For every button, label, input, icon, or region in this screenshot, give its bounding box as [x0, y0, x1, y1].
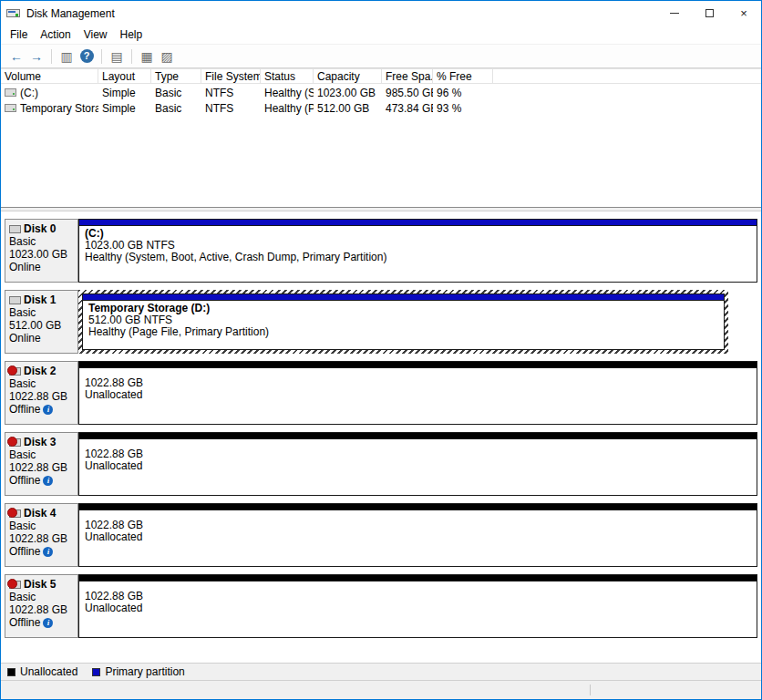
- volume-file-system: NTFS: [201, 102, 261, 115]
- offline-disk-icon: [9, 581, 21, 589]
- menu-help[interactable]: Help: [114, 26, 149, 44]
- primary-partition-strip: [83, 294, 724, 301]
- column-header-pct-free[interactable]: % Free: [433, 69, 493, 83]
- disk-5-unallocated[interactable]: 1022.88 GB Unallocated: [78, 574, 757, 638]
- partition-status: Healthy (System, Boot, Active, Crash Dum…: [85, 252, 751, 263]
- disk-status: Offline: [9, 403, 40, 416]
- selection-hatch: Temporary Storage (D:) 512.00 GB NTFS He…: [78, 290, 728, 354]
- partition-status: Healthy (Page File, Primary Partition): [88, 326, 718, 338]
- partition-size: 1022.88 GB: [85, 591, 751, 602]
- menu-action[interactable]: Action: [34, 26, 77, 44]
- info-icon[interactable]: i: [43, 547, 53, 557]
- column-header-filler: [493, 69, 761, 83]
- disk-4-label[interactable]: Disk 4 Basic 1022.88 GB Offlinei: [5, 503, 78, 567]
- column-header-file-system[interactable]: File System: [201, 69, 261, 83]
- partition-status: Unallocated: [85, 531, 751, 543]
- disk-row-0: Disk 0 Basic 1023.00 GB Online (C:) 1023…: [5, 219, 757, 283]
- disk-5-body: 1022.88 GB Unallocated: [78, 574, 757, 638]
- partition-status: Unallocated: [85, 602, 751, 614]
- disk-size: 1022.88 GB: [9, 390, 74, 403]
- volume-pct-free: 96 %: [433, 87, 493, 99]
- disk-size: 1022.88 GB: [9, 461, 74, 474]
- graphical-view-icon[interactable]: ▨: [158, 47, 176, 66]
- volume-capacity: 1023.00 GB: [314, 87, 382, 99]
- disk-icon: [9, 225, 21, 233]
- refresh-icon[interactable]: ▦: [138, 47, 156, 66]
- menu-view[interactable]: View: [77, 26, 114, 44]
- menu-file[interactable]: File: [4, 26, 34, 44]
- minimize-icon: [670, 13, 679, 14]
- disk-4-body: 1022.88 GB Unallocated: [78, 503, 757, 567]
- legend-bar: Unallocated Primary partition: [1, 663, 761, 680]
- disk-row-4: Disk 4 Basic 1022.88 GB Offlinei 1022.88…: [5, 503, 757, 567]
- info-icon[interactable]: i: [43, 405, 53, 415]
- unallocated-strip: [79, 575, 757, 582]
- help-icon[interactable]: ?: [77, 47, 96, 66]
- volume-file-system: NTFS: [201, 87, 261, 99]
- disk-size: 1022.88 GB: [9, 603, 74, 616]
- partition-title: (C:): [85, 228, 751, 240]
- volume-free-space: 473.84 GB: [382, 102, 433, 115]
- disk-type: Basic: [9, 377, 74, 390]
- primary-partition-strip: [79, 220, 757, 226]
- title-bar: Disk Management ×: [1, 1, 761, 26]
- status-bar-divider: [590, 685, 591, 695]
- column-header-volume[interactable]: Volume: [1, 69, 98, 83]
- disk-name: Disk 0: [24, 222, 56, 235]
- disk-size: 1023.00 GB: [9, 248, 74, 261]
- volume-type: Basic: [151, 102, 201, 115]
- column-header-free-space[interactable]: Free Spa...: [382, 69, 433, 83]
- disk-name: Disk 4: [24, 507, 56, 520]
- disk-type: Basic: [9, 235, 74, 248]
- disk-3-body: 1022.88 GB Unallocated: [78, 432, 757, 496]
- offline-disk-icon: [9, 367, 21, 376]
- disk-0-body: (C:) 1023.00 GB NTFS Healthy (System, Bo…: [78, 219, 757, 283]
- minimize-button[interactable]: [657, 1, 692, 26]
- legend-unallocated: Unallocated: [7, 665, 77, 678]
- disk-2-label[interactable]: Disk 2 Basic 1022.88 GB Offlinei: [5, 361, 78, 425]
- forward-icon[interactable]: →: [27, 47, 46, 66]
- column-header-status[interactable]: Status: [261, 69, 314, 83]
- volume-type: Basic: [151, 87, 201, 99]
- volume-table-header: Volume Layout Type File System Status Ca…: [1, 68, 761, 84]
- toolbar: ← → ▥ ? ▤ ▦ ▨: [1, 44, 761, 68]
- maximize-button[interactable]: [692, 1, 726, 26]
- disk-5-label[interactable]: Disk 5 Basic 1022.88 GB Offlinei: [5, 574, 78, 638]
- volume-capacity: 512.00 GB: [314, 102, 382, 115]
- info-icon[interactable]: i: [43, 618, 53, 628]
- column-header-layout[interactable]: Layout: [98, 69, 151, 83]
- disk-3-unallocated[interactable]: 1022.88 GB Unallocated: [78, 432, 757, 496]
- disk-0-label[interactable]: Disk 0 Basic 1023.00 GB Online: [5, 219, 78, 283]
- unallocated-swatch: [7, 668, 15, 676]
- disk-type: Basic: [9, 448, 74, 461]
- info-icon[interactable]: i: [43, 476, 53, 486]
- disk-4-unallocated[interactable]: 1022.88 GB Unallocated: [78, 503, 757, 567]
- properties-icon[interactable]: ▤: [108, 47, 126, 66]
- disk-1-partition-d[interactable]: Temporary Storage (D:) 512.00 GB NTFS He…: [82, 293, 725, 350]
- column-header-capacity[interactable]: Capacity: [314, 69, 382, 83]
- volume-row-temporary-storage[interactable]: Temporary Storag... Simple Basic NTFS He…: [1, 101, 761, 115]
- disk-3-label[interactable]: Disk 3 Basic 1022.88 GB Offlinei: [5, 432, 78, 496]
- volume-list-pane: Volume Layout Type File System Status Ca…: [1, 68, 761, 207]
- show-console-tree-icon[interactable]: ▥: [57, 47, 76, 66]
- partition-size: 1022.88 GB: [85, 448, 751, 460]
- unallocated-strip: [79, 504, 757, 510]
- partition-status: Unallocated: [85, 460, 751, 472]
- volume-free-space: 985.50 GB: [382, 87, 433, 99]
- disk-1-label[interactable]: Disk 1 Basic 512.00 GB Online: [5, 290, 78, 354]
- disk-name: Disk 2: [24, 365, 56, 377]
- disk-status: Offline: [9, 474, 40, 487]
- graphical-view-pane: Disk 0 Basic 1023.00 GB Online (C:) 1023…: [1, 211, 761, 663]
- close-button[interactable]: ×: [726, 1, 761, 26]
- disk-0-partition-c[interactable]: (C:) 1023.00 GB NTFS Healthy (System, Bo…: [78, 219, 757, 283]
- disk-status: Online: [9, 261, 41, 273]
- legend-label: Unallocated: [20, 665, 77, 678]
- column-header-type[interactable]: Type: [151, 69, 201, 83]
- disk-2-unallocated[interactable]: 1022.88 GB Unallocated: [78, 361, 757, 425]
- volume-row-c[interactable]: (C:) Simple Basic NTFS Healthy (S... 102…: [1, 86, 761, 99]
- offline-disk-icon: [9, 510, 21, 518]
- legend-label: Primary partition: [105, 665, 184, 678]
- disk-status: Online: [9, 332, 41, 345]
- disk-size: 1022.88 GB: [9, 532, 74, 545]
- back-icon[interactable]: ←: [7, 47, 26, 66]
